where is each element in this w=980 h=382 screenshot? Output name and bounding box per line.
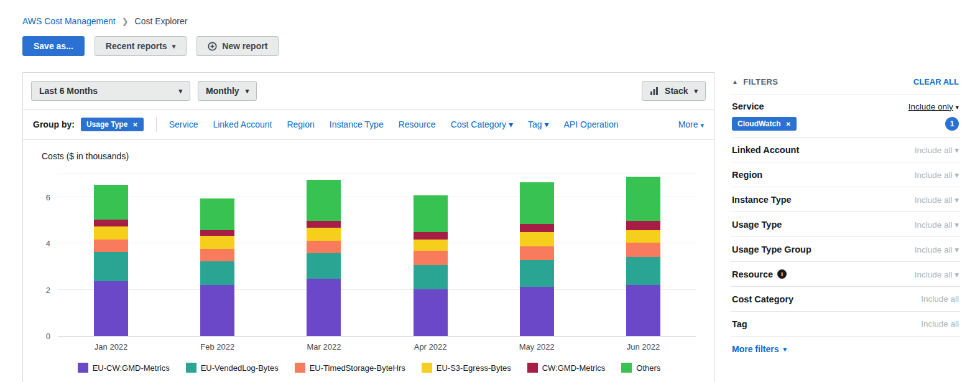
chart-section: Costs ($ in thousands) 0246 Jan 2022Feb … [23, 140, 714, 373]
filter-mode-dropdown[interactable]: Include all ▾ [915, 220, 959, 230]
x-axis-label-feb-2022: Feb 2022 [164, 342, 270, 352]
bar-segment-eu-timedstorage-bytehrs[interactable] [626, 243, 660, 256]
bar-segment-eu-s3-egress-bytes[interactable] [307, 228, 341, 241]
bar-segment-eu-cw-gmd-metrics[interactable] [414, 289, 448, 336]
filter-mode-dropdown[interactable]: Include all ▾ [915, 145, 959, 155]
filter-mode-dropdown[interactable]: Include all [921, 294, 959, 304]
stacked-bar-jun-2022[interactable] [626, 177, 660, 336]
chart-style-select[interactable]: Stack ▾ [642, 81, 706, 101]
bar-segment-cw-gmd-metrics[interactable] [626, 221, 660, 230]
stacked-bar-may-2022[interactable] [520, 182, 554, 336]
bar-segment-cw-gmd-metrics[interactable] [414, 232, 448, 239]
clear-all-link[interactable]: CLEAR ALL [913, 77, 959, 86]
group-by-link-instance-type[interactable]: Instance Type [330, 119, 384, 129]
bar-segment-others[interactable] [626, 177, 660, 221]
save-as-label: Save as... [34, 41, 73, 51]
group-by-link-service[interactable]: Service [169, 119, 198, 129]
bar-segment-eu-cw-gmd-metrics[interactable] [626, 285, 660, 336]
filter-label: Service [732, 101, 764, 111]
filter-count-badge: 1 [945, 117, 959, 131]
recent-reports-button[interactable]: Recent reports ▾ [95, 36, 187, 56]
bar-segment-eu-vendedlog-bytes[interactable] [626, 257, 660, 285]
new-report-button[interactable]: New report [196, 36, 279, 56]
granularity-select[interactable]: Monthly ▾ [198, 81, 257, 101]
filter-label: Usage Type Group [732, 245, 811, 254]
bar-segment-others[interactable] [307, 180, 341, 221]
stacked-bar-apr-2022[interactable] [414, 195, 448, 336]
bar-segment-eu-cw-gmd-metrics[interactable] [307, 279, 341, 336]
group-by-more-link[interactable]: More ▾ [678, 119, 704, 129]
filter-mode-dropdown[interactable]: Include only ▾ [908, 102, 959, 111]
bar-segment-cw-gmd-metrics[interactable] [520, 224, 554, 232]
filter-mode-dropdown[interactable]: Include all ▾ [915, 170, 959, 180]
more-filters-link[interactable]: More filters ▾ [731, 336, 960, 361]
group-by-link-linked-account[interactable]: Linked Account [213, 119, 272, 129]
bar-segment-eu-cw-gmd-metrics[interactable] [94, 281, 128, 336]
service-tag-label: CloudWatch [737, 119, 781, 128]
legend-item-eu-timedstorage-bytehrs[interactable]: EU-TimedStorage-ByteHrs [295, 363, 405, 373]
bar-segment-eu-vendedlog-bytes[interactable] [94, 252, 128, 281]
bar-column-feb-2022 [164, 174, 270, 336]
bar-segment-eu-s3-egress-bytes[interactable] [94, 226, 128, 240]
filters-collapse-toggle[interactable]: ▲ FILTERS [732, 77, 778, 86]
bar-segment-cw-gmd-metrics[interactable] [200, 230, 234, 236]
legend-item-eu-cw-gmd-metrics[interactable]: EU-CW:GMD-Metrics [78, 363, 170, 373]
stacked-bar-feb-2022[interactable] [200, 198, 234, 336]
save-as-button[interactable]: Save as... [22, 36, 85, 56]
bar-segment-others[interactable] [200, 198, 234, 230]
info-icon[interactable]: i [777, 269, 787, 279]
bar-segment-eu-timedstorage-bytehrs[interactable] [520, 246, 554, 260]
close-icon[interactable]: ✕ [786, 121, 791, 128]
close-icon[interactable]: ✕ [132, 121, 137, 128]
legend-item-others[interactable]: Others [621, 363, 660, 373]
bar-segment-others[interactable] [520, 182, 554, 224]
group-by-link-region[interactable]: Region [287, 119, 314, 129]
legend-label: EU-CW:GMD-Metrics [93, 363, 170, 373]
service-filter-tag[interactable]: CloudWatch ✕ [732, 117, 797, 131]
bar-segment-eu-s3-egress-bytes[interactable] [520, 232, 554, 246]
group-by-bar: Group by: Usage Type ✕ ServiceLinked Acc… [23, 109, 714, 140]
bar-segment-eu-vendedlog-bytes[interactable] [414, 265, 448, 289]
bar-segment-eu-vendedlog-bytes[interactable] [520, 260, 554, 287]
recent-reports-label: Recent reports [106, 41, 167, 51]
group-by-link-api-operation[interactable]: API Operation [564, 119, 619, 129]
x-axis-label-apr-2022: Apr 2022 [377, 342, 484, 352]
bar-segment-eu-timedstorage-bytehrs[interactable] [307, 241, 341, 254]
bar-segment-others[interactable] [414, 195, 448, 233]
bar-segment-cw-gmd-metrics[interactable] [94, 220, 128, 226]
bar-segment-eu-vendedlog-bytes[interactable] [307, 253, 341, 279]
bar-segment-others[interactable] [94, 185, 128, 220]
filter-mode-dropdown[interactable]: Include all ▾ [915, 245, 959, 254]
breadcrumb-root-link[interactable]: AWS Cost Management [22, 16, 116, 26]
bar-segment-eu-s3-egress-bytes[interactable] [626, 230, 660, 243]
bar-segment-eu-timedstorage-bytehrs[interactable] [94, 240, 128, 253]
bar-segment-eu-timedstorage-bytehrs[interactable] [200, 249, 234, 262]
legend-item-cw-gmd-metrics[interactable]: CW:GMD-Metrics [527, 363, 606, 373]
group-by-link-tag[interactable]: Tag ▾ [528, 119, 549, 129]
filter-mode-dropdown[interactable]: Include all [921, 319, 959, 328]
bar-segment-cw-gmd-metrics[interactable] [307, 221, 341, 228]
group-by-link-resource[interactable]: Resource [399, 119, 436, 129]
bar-segment-eu-s3-egress-bytes[interactable] [200, 236, 234, 249]
chart-controls: Last 6 Months ▾ Monthly ▾ Stack ▾ [23, 81, 714, 101]
date-range-select[interactable]: Last 6 Months ▾ [31, 81, 190, 101]
filter-mode-dropdown[interactable]: Include all ▾ [915, 195, 959, 205]
stacked-bar-jan-2022[interactable] [94, 185, 128, 336]
bar-segment-eu-timedstorage-bytehrs[interactable] [414, 251, 448, 264]
chevron-down-icon: ▾ [783, 345, 787, 353]
bar-segment-eu-cw-gmd-metrics[interactable] [200, 285, 234, 336]
bar-segment-eu-s3-egress-bytes[interactable] [414, 240, 448, 251]
chart-plot: 0246 [58, 174, 696, 337]
legend-item-eu-vendedlog-bytes[interactable]: EU-VendedLog-Bytes [186, 363, 279, 373]
legend-item-eu-s3-egress-bytes[interactable]: EU-S3-Egress-Bytes [422, 363, 511, 373]
bar-segment-eu-cw-gmd-metrics[interactable] [520, 287, 554, 336]
filters-panel: ▲ FILTERS CLEAR ALL Service Include only… [731, 72, 960, 361]
group-by-active-tag[interactable]: Usage Type ✕ [81, 118, 144, 131]
filter-row-usage-type-group: Usage Type GroupInclude all ▾ [731, 236, 960, 261]
bar-segment-eu-vendedlog-bytes[interactable] [200, 261, 234, 284]
stacked-bar-mar-2022[interactable] [307, 180, 341, 336]
group-by-link-cost-category[interactable]: Cost Category ▾ [451, 119, 513, 129]
filter-mode-dropdown[interactable]: Include all ▾ [915, 269, 959, 279]
filter-label: Linked Account [732, 145, 799, 155]
x-axis-label-mar-2022: Mar 2022 [270, 342, 377, 352]
